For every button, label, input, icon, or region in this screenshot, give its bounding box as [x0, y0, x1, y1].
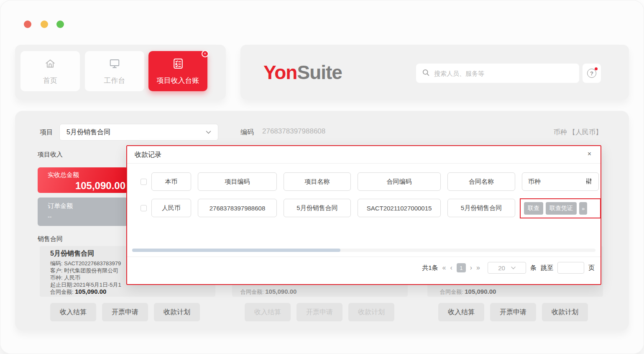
- currency-info: 币种 【人民币】: [502, 128, 602, 137]
- horizontal-scrollbar-thumb[interactable]: [132, 249, 340, 252]
- invoice-apply-button[interactable]: 开票申请: [490, 303, 536, 321]
- row-actions-highlight-box: 联查 联查凭证 »: [520, 198, 601, 218]
- column-header-project-code: 项目编码: [198, 172, 277, 191]
- window-close-button[interactable]: [24, 21, 31, 28]
- column-header-contract-code: 合同编码: [358, 172, 441, 191]
- select-all-checkbox[interactable]: [141, 179, 147, 185]
- home-icon: [44, 57, 56, 72]
- contract-title: 5月份销售合同: [50, 249, 94, 258]
- prev-page-icon[interactable]: ‹: [450, 264, 452, 272]
- search-input[interactable]: [434, 70, 573, 77]
- contract-amount: 合同金额: 105,090.00: [440, 288, 496, 296]
- search-icon: [422, 69, 430, 78]
- received-amount-label: 实收总金额: [48, 171, 125, 179]
- last-page-icon[interactable]: »: [476, 264, 480, 272]
- income-settle-button[interactable]: 收入结算: [245, 303, 291, 321]
- income-section-label: 项目收入: [38, 151, 63, 159]
- jump-label: 跳至: [541, 264, 553, 272]
- project-select-value: 5月份销售合同: [66, 128, 110, 137]
- contract-amount-label: 合同金额:: [240, 289, 264, 295]
- horizontal-scrollbar-track: [132, 249, 595, 252]
- tab-workbench-label: 工作台: [104, 76, 125, 85]
- window-minimize-button[interactable]: [41, 21, 48, 28]
- tab-project-income-ledger[interactable]: 项目收入台账: [148, 51, 207, 91]
- order-amount-value: --: [48, 213, 125, 220]
- tab-workbench[interactable]: 工作台: [85, 51, 144, 91]
- modal-title: 收款记录: [135, 151, 161, 159]
- chevron-down-icon: [511, 267, 516, 269]
- tab-home[interactable]: 首页: [20, 51, 80, 91]
- monitor-icon: [108, 57, 121, 72]
- column-settings-icon[interactable]: [585, 177, 593, 186]
- contract-amount-label: 合同金额:: [50, 289, 74, 295]
- income-settle-button[interactable]: 收入结算: [50, 303, 96, 321]
- tab-home-label: 首页: [43, 76, 57, 85]
- column-header-currency: 币种: [522, 172, 599, 191]
- code-label: 编码: [240, 128, 254, 137]
- contract-code-line: 编码: SACT20227683783979: [50, 260, 121, 267]
- contract-amount-label: 合同金额:: [440, 289, 463, 295]
- window-zoom-button[interactable]: [56, 21, 64, 28]
- payment-plan-button[interactable]: 收款计划: [154, 303, 200, 321]
- project-select[interactable]: 5月份销售合同: [59, 124, 218, 141]
- currency-header-label: 币种: [528, 178, 541, 186]
- search-box: [416, 64, 579, 83]
- invoice-apply-button[interactable]: 开票申请: [102, 303, 148, 321]
- row-checkbox[interactable]: [141, 205, 147, 211]
- contracts-section-label: 销售合同: [38, 235, 63, 243]
- checklist-icon: [172, 57, 184, 72]
- pagination-unit: 条: [530, 264, 537, 272]
- tab-close-icon[interactable]: ×: [202, 50, 209, 57]
- yonsuite-logo: YonSuite: [263, 62, 342, 83]
- row-cell-contract-code: SACT20211027000015: [358, 199, 441, 217]
- modal-close-icon[interactable]: ×: [588, 150, 591, 158]
- app-header: YonSuite ?: [240, 45, 629, 100]
- tab-ledger-label: 项目收入台账: [157, 76, 199, 85]
- order-amount-label: 订单金额: [48, 202, 125, 210]
- logo-suite: Suite: [297, 62, 342, 83]
- contract-amount-value: 105,090.00: [75, 288, 106, 295]
- tab-bar: 首页 工作台 项目收入台账 ×: [15, 45, 226, 100]
- contract-amount-value: 105,090.00: [265, 288, 296, 295]
- column-header-project-name: 项目名称: [284, 172, 351, 191]
- page-word: 页: [588, 264, 595, 272]
- order-amount-card: 订单金额 --: [38, 198, 128, 226]
- pagination: 共1条 « ‹ 1 › » 20 条 跳至 页: [422, 262, 595, 274]
- chevron-down-icon: [206, 131, 211, 134]
- contract-3-actions: 收入结算 开票申请 收款计划: [438, 303, 588, 321]
- income-settle-button[interactable]: 收入结算: [438, 303, 484, 321]
- payment-plan-button[interactable]: 收款计划: [542, 303, 588, 321]
- screen: 首页 工作台 项目收入台账 ×: [0, 0, 644, 354]
- payment-records-modal: 收款记录 × 本币 项目编码 项目名称 合同编码 合同名称 币种 人民币 276…: [126, 145, 601, 285]
- row-cell-project-code: 2768378397988608: [198, 199, 277, 217]
- linked-query-button[interactable]: 联查: [524, 202, 543, 215]
- row-cell-local-currency: 人民币: [151, 199, 191, 217]
- received-amount-value: 105,090.00: [48, 180, 125, 192]
- contract-currency-line: 币种: 人民币: [50, 274, 80, 282]
- divider: [127, 163, 601, 164]
- divider: [127, 257, 601, 257]
- row-cell-contract-name: 5月份销售合同: [447, 199, 515, 217]
- page-size-select[interactable]: 20: [488, 262, 526, 274]
- received-amount-card: 实收总金额 105,090.00: [38, 167, 128, 193]
- jump-page-input[interactable]: [557, 262, 584, 274]
- page-size-value: 20: [498, 264, 505, 272]
- project-label: 项目: [40, 128, 53, 137]
- contract-amount-value: 105,090.00: [465, 288, 496, 295]
- linked-query-voucher-button[interactable]: 联查凭证: [546, 202, 577, 215]
- notification-dot: [595, 67, 598, 70]
- help-button[interactable]: ?: [583, 64, 601, 83]
- more-actions-button[interactable]: »: [579, 202, 587, 215]
- column-header-local-currency: 本币: [151, 172, 191, 191]
- logo-yon: Yon: [263, 62, 297, 83]
- contract-customer-line: 客户: 时代集团股份有限公司: [50, 267, 118, 274]
- row-cell-project-name: 5月份销售合同: [284, 199, 351, 217]
- first-page-icon[interactable]: «: [442, 264, 446, 272]
- current-page-badge[interactable]: 1: [457, 263, 466, 272]
- payment-plan-button[interactable]: 收款计划: [348, 303, 394, 321]
- invoice-apply-button[interactable]: 开票申请: [296, 303, 342, 321]
- next-page-icon[interactable]: ›: [470, 264, 472, 272]
- contract-2-actions: 收入结算 开票申请 收款计划: [245, 303, 394, 321]
- column-header-contract-name: 合同名称: [447, 172, 515, 191]
- contract-1-actions: 收入结算 开票申请 收款计划: [50, 303, 200, 321]
